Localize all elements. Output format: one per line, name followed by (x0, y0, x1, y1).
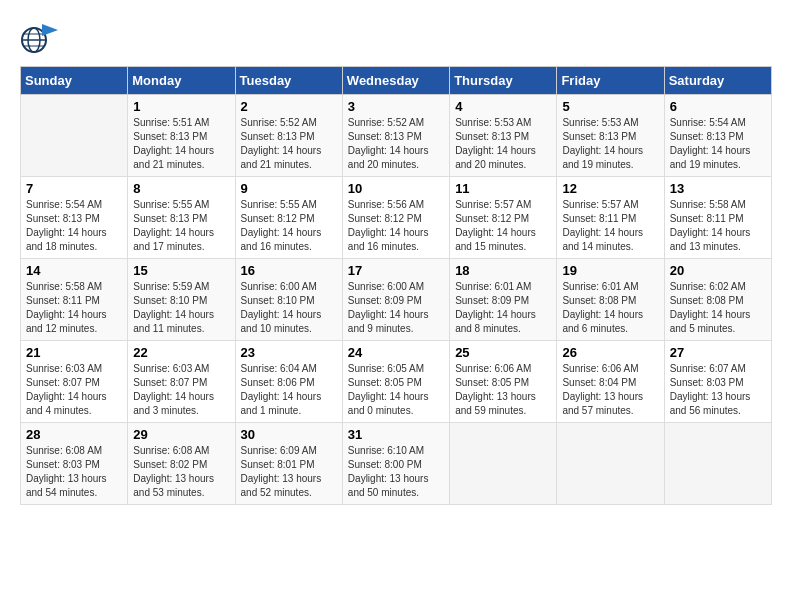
day-info: Sunrise: 5:51 AMSunset: 8:13 PMDaylight:… (133, 116, 229, 172)
weekday-header-monday: Monday (128, 67, 235, 95)
calendar-table: SundayMondayTuesdayWednesdayThursdayFrid… (20, 66, 772, 505)
day-number: 26 (562, 345, 658, 360)
svg-marker-6 (42, 24, 58, 36)
day-number: 19 (562, 263, 658, 278)
calendar-cell (21, 95, 128, 177)
day-info: Sunrise: 5:59 AMSunset: 8:10 PMDaylight:… (133, 280, 229, 336)
day-info: Sunrise: 6:09 AMSunset: 8:01 PMDaylight:… (241, 444, 337, 500)
day-info: Sunrise: 5:52 AMSunset: 8:13 PMDaylight:… (241, 116, 337, 172)
calendar-cell: 18Sunrise: 6:01 AMSunset: 8:09 PMDayligh… (450, 259, 557, 341)
calendar-cell: 28Sunrise: 6:08 AMSunset: 8:03 PMDayligh… (21, 423, 128, 505)
day-number: 31 (348, 427, 444, 442)
calendar-cell: 27Sunrise: 6:07 AMSunset: 8:03 PMDayligh… (664, 341, 771, 423)
calendar-cell: 4Sunrise: 5:53 AMSunset: 8:13 PMDaylight… (450, 95, 557, 177)
calendar-cell: 22Sunrise: 6:03 AMSunset: 8:07 PMDayligh… (128, 341, 235, 423)
day-number: 29 (133, 427, 229, 442)
header (20, 20, 772, 56)
calendar-cell: 13Sunrise: 5:58 AMSunset: 8:11 PMDayligh… (664, 177, 771, 259)
day-info: Sunrise: 6:05 AMSunset: 8:05 PMDaylight:… (348, 362, 444, 418)
weekday-header-friday: Friday (557, 67, 664, 95)
day-info: Sunrise: 5:53 AMSunset: 8:13 PMDaylight:… (455, 116, 551, 172)
calendar-cell (664, 423, 771, 505)
calendar-cell: 20Sunrise: 6:02 AMSunset: 8:08 PMDayligh… (664, 259, 771, 341)
logo-icon (20, 20, 56, 56)
day-info: Sunrise: 6:06 AMSunset: 8:04 PMDaylight:… (562, 362, 658, 418)
day-info: Sunrise: 6:01 AMSunset: 8:09 PMDaylight:… (455, 280, 551, 336)
calendar-cell: 9Sunrise: 5:55 AMSunset: 8:12 PMDaylight… (235, 177, 342, 259)
day-number: 5 (562, 99, 658, 114)
day-info: Sunrise: 5:57 AMSunset: 8:11 PMDaylight:… (562, 198, 658, 254)
weekday-header-wednesday: Wednesday (342, 67, 449, 95)
day-number: 2 (241, 99, 337, 114)
day-number: 4 (455, 99, 551, 114)
calendar-cell: 11Sunrise: 5:57 AMSunset: 8:12 PMDayligh… (450, 177, 557, 259)
day-number: 7 (26, 181, 122, 196)
day-number: 16 (241, 263, 337, 278)
calendar-cell: 23Sunrise: 6:04 AMSunset: 8:06 PMDayligh… (235, 341, 342, 423)
day-number: 13 (670, 181, 766, 196)
calendar-cell: 16Sunrise: 6:00 AMSunset: 8:10 PMDayligh… (235, 259, 342, 341)
day-info: Sunrise: 5:55 AMSunset: 8:12 PMDaylight:… (241, 198, 337, 254)
day-number: 23 (241, 345, 337, 360)
day-number: 10 (348, 181, 444, 196)
day-info: Sunrise: 6:01 AMSunset: 8:08 PMDaylight:… (562, 280, 658, 336)
calendar-cell: 17Sunrise: 6:00 AMSunset: 8:09 PMDayligh… (342, 259, 449, 341)
day-number: 11 (455, 181, 551, 196)
day-number: 21 (26, 345, 122, 360)
day-number: 6 (670, 99, 766, 114)
calendar-cell: 12Sunrise: 5:57 AMSunset: 8:11 PMDayligh… (557, 177, 664, 259)
day-info: Sunrise: 6:06 AMSunset: 8:05 PMDaylight:… (455, 362, 551, 418)
day-info: Sunrise: 5:57 AMSunset: 8:12 PMDaylight:… (455, 198, 551, 254)
calendar-cell: 29Sunrise: 6:08 AMSunset: 8:02 PMDayligh… (128, 423, 235, 505)
weekday-header-thursday: Thursday (450, 67, 557, 95)
calendar-cell: 19Sunrise: 6:01 AMSunset: 8:08 PMDayligh… (557, 259, 664, 341)
calendar-cell (450, 423, 557, 505)
day-number: 3 (348, 99, 444, 114)
calendar-cell: 30Sunrise: 6:09 AMSunset: 8:01 PMDayligh… (235, 423, 342, 505)
day-number: 20 (670, 263, 766, 278)
calendar-cell: 25Sunrise: 6:06 AMSunset: 8:05 PMDayligh… (450, 341, 557, 423)
day-info: Sunrise: 5:58 AMSunset: 8:11 PMDaylight:… (26, 280, 122, 336)
day-number: 28 (26, 427, 122, 442)
day-info: Sunrise: 6:02 AMSunset: 8:08 PMDaylight:… (670, 280, 766, 336)
day-info: Sunrise: 5:54 AMSunset: 8:13 PMDaylight:… (670, 116, 766, 172)
day-number: 18 (455, 263, 551, 278)
day-number: 1 (133, 99, 229, 114)
calendar-cell: 26Sunrise: 6:06 AMSunset: 8:04 PMDayligh… (557, 341, 664, 423)
calendar-cell: 1Sunrise: 5:51 AMSunset: 8:13 PMDaylight… (128, 95, 235, 177)
day-info: Sunrise: 6:10 AMSunset: 8:00 PMDaylight:… (348, 444, 444, 500)
day-info: Sunrise: 5:56 AMSunset: 8:12 PMDaylight:… (348, 198, 444, 254)
calendar-cell: 14Sunrise: 5:58 AMSunset: 8:11 PMDayligh… (21, 259, 128, 341)
day-info: Sunrise: 6:08 AMSunset: 8:02 PMDaylight:… (133, 444, 229, 500)
day-info: Sunrise: 5:54 AMSunset: 8:13 PMDaylight:… (26, 198, 122, 254)
day-number: 8 (133, 181, 229, 196)
day-info: Sunrise: 6:07 AMSunset: 8:03 PMDaylight:… (670, 362, 766, 418)
day-number: 15 (133, 263, 229, 278)
day-number: 12 (562, 181, 658, 196)
calendar-cell: 5Sunrise: 5:53 AMSunset: 8:13 PMDaylight… (557, 95, 664, 177)
calendar-cell: 6Sunrise: 5:54 AMSunset: 8:13 PMDaylight… (664, 95, 771, 177)
day-number: 30 (241, 427, 337, 442)
calendar-cell: 24Sunrise: 6:05 AMSunset: 8:05 PMDayligh… (342, 341, 449, 423)
day-number: 14 (26, 263, 122, 278)
weekday-header-saturday: Saturday (664, 67, 771, 95)
calendar-cell: 10Sunrise: 5:56 AMSunset: 8:12 PMDayligh… (342, 177, 449, 259)
logo (20, 20, 60, 56)
day-info: Sunrise: 6:03 AMSunset: 8:07 PMDaylight:… (26, 362, 122, 418)
weekday-header-sunday: Sunday (21, 67, 128, 95)
day-info: Sunrise: 5:53 AMSunset: 8:13 PMDaylight:… (562, 116, 658, 172)
day-info: Sunrise: 6:03 AMSunset: 8:07 PMDaylight:… (133, 362, 229, 418)
weekday-header-tuesday: Tuesday (235, 67, 342, 95)
day-number: 9 (241, 181, 337, 196)
svg-rect-0 (20, 20, 58, 58)
day-info: Sunrise: 5:55 AMSunset: 8:13 PMDaylight:… (133, 198, 229, 254)
day-info: Sunrise: 5:52 AMSunset: 8:13 PMDaylight:… (348, 116, 444, 172)
day-number: 22 (133, 345, 229, 360)
calendar-cell: 3Sunrise: 5:52 AMSunset: 8:13 PMDaylight… (342, 95, 449, 177)
calendar-cell: 21Sunrise: 6:03 AMSunset: 8:07 PMDayligh… (21, 341, 128, 423)
day-number: 24 (348, 345, 444, 360)
calendar-cell: 8Sunrise: 5:55 AMSunset: 8:13 PMDaylight… (128, 177, 235, 259)
day-info: Sunrise: 5:58 AMSunset: 8:11 PMDaylight:… (670, 198, 766, 254)
calendar-cell: 31Sunrise: 6:10 AMSunset: 8:00 PMDayligh… (342, 423, 449, 505)
calendar-cell: 7Sunrise: 5:54 AMSunset: 8:13 PMDaylight… (21, 177, 128, 259)
